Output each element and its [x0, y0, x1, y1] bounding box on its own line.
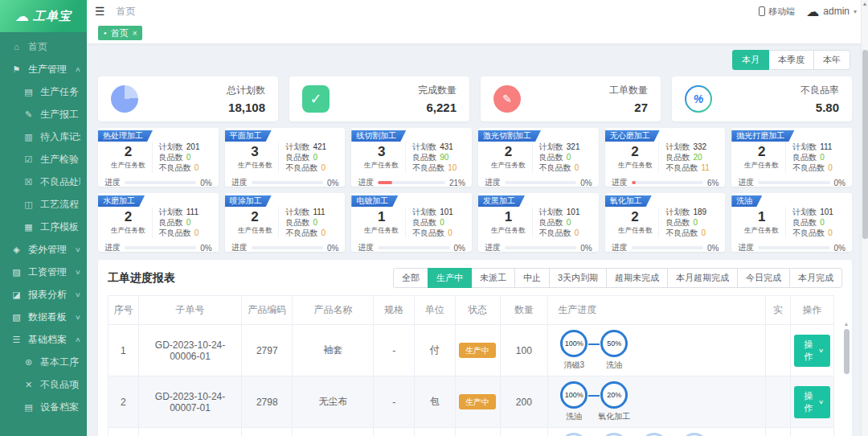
progress-bar — [125, 246, 196, 249]
progress-circle: 0% — [560, 433, 588, 436]
filter-finished-today[interactable]: 今日完成 — [737, 268, 790, 288]
process-card-oxidation: 氧化加工 2 生产任务数 计划数189 良品数0 不良品数0 进度 0% — [605, 193, 726, 252]
filter-suspended[interactable]: 中止 — [514, 268, 550, 288]
cell-spec: - — [374, 325, 415, 376]
scroll-up-icon[interactable]: ▲ — [862, 0, 868, 8]
stat-title: 不良品率 — [800, 84, 839, 97]
sidebar-item-label: 不良品处理 — [40, 175, 80, 189]
sidebar-item-basic-process[interactable]: ⊛ 基本工序 — [0, 351, 87, 373]
user-menu[interactable]: ☁ admin ▾ — [806, 4, 857, 19]
cell-quantity: 200 — [500, 376, 548, 428]
cell-product-name: 木板 — [293, 428, 374, 436]
page-scrollbar-thumb[interactable] — [862, 50, 868, 239]
table-column-header: 子单号 — [138, 296, 241, 325]
progress-percent: 0% — [200, 179, 211, 187]
filter-all[interactable]: 全部 — [393, 268, 428, 288]
progress-bar — [632, 246, 703, 249]
task-count-label: 生产任务数 — [359, 225, 404, 235]
sidebar-item-defect-item[interactable]: ✕ 不良品项 — [0, 373, 87, 396]
sidebar-item-process-template[interactable]: ▦ 工序模板 — [0, 216, 87, 238]
sidebar-group-report-analysis[interactable]: ◪ 报表分析 ∨ — [0, 283, 87, 306]
tab-close-icon[interactable]: × — [133, 29, 137, 38]
table-scrollbar-thumb[interactable] — [844, 329, 850, 374]
task-count: 2 — [485, 144, 532, 160]
progress-circle: 0% — [641, 433, 668, 436]
caret-down-icon: ▾ — [854, 8, 857, 15]
table-column-header: 操作 — [790, 296, 833, 325]
cell-order-number: GD-2023-10-24-00007-01 — [138, 376, 241, 428]
filter-month-overdue-finished[interactable]: 本月超期完成 — [667, 268, 738, 288]
sidebar-item-home[interactable]: ⌂ 首页 — [0, 35, 87, 58]
work-order-table: 序号 子单号 产品编码 产品名称 规格 单位 状态 数量 生产进度 实 操作 1… — [108, 295, 834, 436]
breadcrumb[interactable]: 首页 — [117, 5, 136, 19]
sidebar-item-production-task[interactable]: ▤ 生产任务 — [0, 80, 87, 103]
tab-home[interactable]: ● 首页 × — [98, 26, 142, 40]
phone-icon — [759, 6, 765, 16]
period-year[interactable]: 本年 — [813, 50, 850, 70]
sidebar-group-outsourcing-management[interactable]: ◈ 委外管理 ∨ — [0, 238, 87, 261]
filter-undispatched[interactable]: 未派工 — [471, 268, 515, 288]
sidebar-group-salary-management[interactable]: ▨ 工资管理 ∨ — [0, 261, 87, 283]
progress-percent: 0% — [327, 244, 338, 253]
progress-circle: 50% — [600, 330, 628, 357]
table-header-row: 序号 子单号 产品编码 产品名称 规格 单位 状态 数量 生产进度 实 操作 — [108, 296, 834, 325]
progress-bar — [125, 181, 196, 184]
scroll-up-icon[interactable]: ▲ — [843, 321, 850, 327]
menu-icon: ✎ — [23, 109, 35, 120]
process-card-electroplating: 电镀加工 1 生产任务数 计划数101 良品数0 不良品数0 进度 0% — [351, 193, 472, 252]
task-count-label: 生产任务数 — [739, 160, 784, 170]
sidebar-item-equipment-archives[interactable]: ▤ 设备档案 — [0, 396, 87, 418]
row-action-button[interactable]: 操作∨ — [794, 386, 830, 418]
period-month[interactable]: 本月 — [732, 50, 769, 70]
plan-value: 111 — [820, 142, 832, 152]
filter-in-production[interactable]: 生产中 — [428, 268, 472, 288]
sidebar-item-defect-handling[interactable]: ☒ 不良品处理 — [0, 171, 87, 193]
report-filter-group: 全部 生产中 未派工 中止 3天内到期 超期未完成 本月超期完成 今日完成 本月… — [393, 268, 842, 288]
table-column-header: 产品名称 — [293, 296, 374, 325]
stats-row: 总计划数 18,108 ✓ 完成数量 6,221 ✎ 工单数量 27 % 不良品… — [98, 76, 852, 121]
sidebar-item-production-inspection[interactable]: ☑ 生产检验 — [0, 148, 87, 171]
cell-actions: 操作∨ — [790, 325, 833, 376]
tab-active-dot: ● — [104, 31, 107, 35]
chevron-icon: ∨ — [75, 291, 81, 298]
sidebar-item-label: 委外管理 — [28, 243, 67, 257]
stat-title: 完成数量 — [418, 84, 457, 97]
stat-completed: ✓ 完成数量 6,221 — [289, 76, 469, 121]
sidebar-group-production-management[interactable]: ⚑ 生产管理 ∧ — [0, 58, 87, 80]
sidebar-item-pending-storage-record[interactable]: ▥ 待入库记录 — [0, 125, 87, 148]
sidebar-group-basic-archives[interactable]: ☰ 基础档案 ∧ — [0, 328, 87, 351]
sidebar-item-production-report[interactable]: ✎ 生产报工 — [0, 103, 87, 125]
bad-label: 不良品数 — [539, 162, 571, 173]
period-quarter[interactable]: 本季度 — [768, 50, 814, 70]
page-scrollbar[interactable]: ▲ — [861, 0, 868, 436]
process-ribbon-label: 激光切割加工 — [478, 130, 541, 142]
bad-label: 不良品数 — [539, 228, 571, 238]
menu-icon: ▤ — [23, 402, 35, 413]
hamburger-menu-icon[interactable]: ☰ — [95, 5, 105, 18]
process-card-heat-treatment: 热处理加工 2 生产任务数 计划数201 良品数0 不良品数0 进度 0% — [98, 128, 219, 187]
process-ribbon-label: 无心磨加工 — [605, 130, 660, 142]
table-scrollbar[interactable]: ▲ — [843, 321, 850, 436]
process-ribbon-label: 电镀加工 — [351, 195, 398, 207]
row-action-button[interactable]: 操作∨ — [794, 335, 830, 367]
task-count-label: 生产任务数 — [232, 160, 277, 170]
filter-overdue-unfinished[interactable]: 超期未完成 — [606, 268, 668, 288]
plan-value: 321 — [567, 142, 580, 152]
process-card-laser-cutting: 激光切割加工 2 生产任务数 计划数321 良品数0 不良品数0 进度 0% — [478, 128, 599, 187]
sidebar-group-data-dashboard[interactable]: ▧ 数据看板 ∨ — [0, 306, 87, 328]
sidebar-menu: ⌂ 首页 ⚑ 生产管理 ∧ ▤ 生产任务 ✎ 生产报工 ▥ 待入库记录 ☑ 生产… — [0, 32, 87, 418]
bad-value: 10 — [448, 162, 457, 173]
sidebar-item-process-flow[interactable]: ◫ 工艺流程 — [0, 193, 87, 216]
task-count: 2 — [104, 209, 152, 225]
task-count: 2 — [612, 209, 659, 225]
mobile-link[interactable]: 移动端 — [759, 6, 795, 18]
cell-actions: 操作∨ — [790, 428, 833, 436]
filter-due-in-3-days[interactable]: 3天内到期 — [549, 268, 607, 288]
bad-label: 不良品数 — [792, 228, 825, 238]
bad-value: 0 — [321, 162, 326, 173]
task-count: 1 — [485, 209, 532, 225]
sidebar-item-label: 生产报工 — [40, 108, 79, 121]
task-count: 2 — [104, 144, 152, 160]
filter-finished-this-month[interactable]: 本月完成 — [789, 268, 842, 288]
good-value: 90 — [440, 152, 448, 162]
